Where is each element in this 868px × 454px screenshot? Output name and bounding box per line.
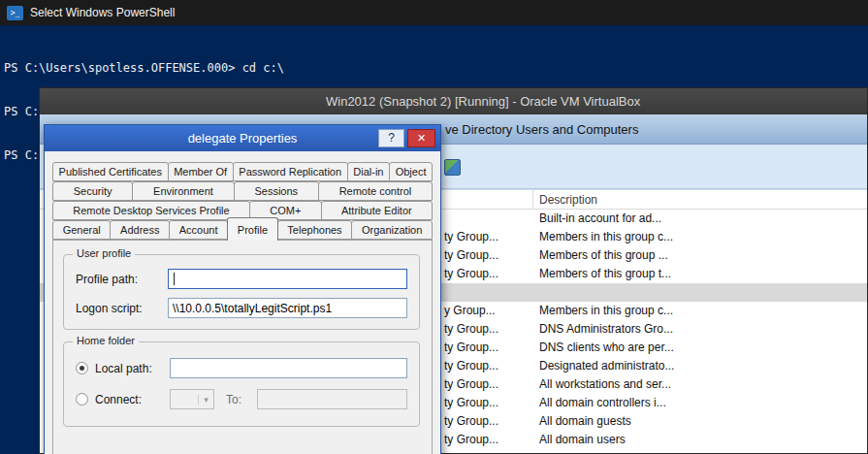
profile-path-label: Profile path:: [76, 273, 168, 286]
description-cell: All domain users: [539, 433, 626, 446]
connect-label: Connect:: [95, 393, 142, 406]
type-cell: ty Group...: [444, 340, 498, 354]
ad-toolbar-icon[interactable]: [444, 159, 461, 176]
description-cell: Built-in account for ad...: [539, 211, 661, 225]
powershell-title: Select Windows PowerShell: [30, 6, 175, 19]
type-cell: ty Group...: [444, 230, 498, 243]
powershell-icon: >_: [7, 6, 23, 20]
tab-profile[interactable]: Profile: [227, 217, 278, 241]
tab-general[interactable]: General: [52, 220, 111, 240]
local-path-option[interactable]: Local path:: [76, 362, 170, 375]
tab-address[interactable]: Address: [110, 220, 170, 240]
home-folder-group: Home folder Local path: Connect: ▾: [63, 341, 420, 427]
tab-account[interactable]: Account: [169, 220, 228, 240]
description-cell: Members in this group c...: [539, 304, 673, 317]
description-cell: Members of this group ...: [539, 248, 668, 262]
type-cell: ty Group...: [444, 267, 498, 280]
dialog-titlebar[interactable]: delegate Properties ? ✕: [45, 125, 440, 151]
tab-row-2: Security Environment Sessions Remote con…: [52, 181, 433, 201]
dialog-tabs: Published Certificates Member Of Passwor…: [52, 162, 433, 240]
description-cell: All domain controllers i...: [539, 396, 666, 409]
tab-remote-desktop-services-profile[interactable]: Remote Desktop Services Profile: [52, 201, 250, 220]
type-cell: ty Group...: [444, 414, 498, 428]
type-cell: ty Group...: [444, 322, 498, 336]
type-cell: ty Group...: [444, 396, 498, 409]
description-column-header[interactable]: Description: [539, 193, 597, 207]
description-cell: Members in this group c...: [539, 230, 673, 243]
profile-tab-panel: User profile Profile path: Logon script:…: [52, 240, 433, 454]
help-button[interactable]: ?: [378, 129, 404, 147]
logon-script-label: Logon script:: [76, 302, 168, 315]
local-path-input[interactable]: [170, 358, 407, 378]
type-cell: ty Group...: [444, 248, 498, 262]
tab-password-replication[interactable]: Password Replication: [233, 162, 348, 181]
description-cell: Designated administrato...: [539, 359, 674, 373]
tab-environment[interactable]: Environment: [132, 181, 234, 201]
desktop: >_ Select Windows PowerShell PS C:\Users…: [0, 0, 868, 454]
powershell-titlebar[interactable]: >_ Select Windows PowerShell: [0, 0, 868, 25]
drive-letter-dropdown: ▾: [170, 389, 214, 409]
type-cell: y Group...: [444, 304, 496, 317]
virtualbox-title: Win2012 (Snapshot 2) [Running] - Oracle …: [326, 94, 640, 109]
description-cell: DNS clients who are per...: [539, 340, 674, 354]
description-cell: DNS Administrators Gro...: [539, 322, 673, 336]
local-path-radio[interactable]: [76, 362, 88, 374]
description-cell: All workstations and ser...: [539, 377, 671, 391]
local-path-label: Local path:: [95, 362, 152, 375]
ad-window-title: ve Directory Users and Computers: [445, 122, 638, 137]
tab-row-4: General Address Account Profile Telephon…: [52, 220, 433, 240]
connect-radio[interactable]: [76, 393, 88, 405]
type-cell: ty Group...: [444, 377, 498, 391]
column-separator: [532, 190, 533, 210]
tab-remote-control[interactable]: Remote control: [318, 181, 433, 201]
connect-path-input: [257, 389, 407, 409]
tab-object[interactable]: Object: [389, 162, 433, 181]
text-caret: [174, 273, 175, 285]
tab-dial-in[interactable]: Dial-in: [347, 162, 390, 181]
chevron-down-icon: ▾: [198, 395, 213, 405]
tab-organization[interactable]: Organization: [351, 220, 433, 240]
virtualbox-titlebar[interactable]: Win2012 (Snapshot 2) [Running] - Oracle …: [40, 88, 867, 114]
type-cell: ty Group...: [444, 359, 498, 373]
user-profile-group: User profile Profile path: Logon script:…: [63, 254, 420, 330]
home-folder-group-label: Home folder: [73, 335, 139, 346]
description-cell: Members of this group t...: [539, 267, 671, 280]
tab-security[interactable]: Security: [52, 181, 133, 201]
to-label: To:: [226, 393, 251, 406]
user-profile-group-label: User profile: [73, 247, 135, 259]
tab-sessions[interactable]: Sessions: [234, 181, 319, 201]
tab-attribute-editor[interactable]: Attribute Editor: [321, 201, 433, 220]
delegate-properties-dialog: delegate Properties ? ✕ User profile Pro…: [44, 124, 441, 454]
tab-published-certificates[interactable]: Published Certificates: [52, 162, 169, 181]
tab-row-1: Published Certificates Member Of Passwor…: [52, 162, 433, 181]
type-cell: ty Group...: [444, 433, 498, 446]
tab-telephones[interactable]: Telephones: [277, 220, 353, 240]
connect-option[interactable]: Connect:: [76, 393, 170, 406]
description-cell: All domain guests: [539, 414, 631, 428]
console-line-1: PS C:\Users\spotless.OFFENSE.000> cd c:\: [4, 61, 868, 76]
profile-path-input[interactable]: [168, 269, 407, 289]
close-button[interactable]: ✕: [407, 129, 435, 147]
logon-script-input[interactable]: \\10.0.0.5\totallyLegitScript.ps1: [168, 298, 407, 318]
tab-member-of[interactable]: Member Of: [168, 162, 234, 181]
